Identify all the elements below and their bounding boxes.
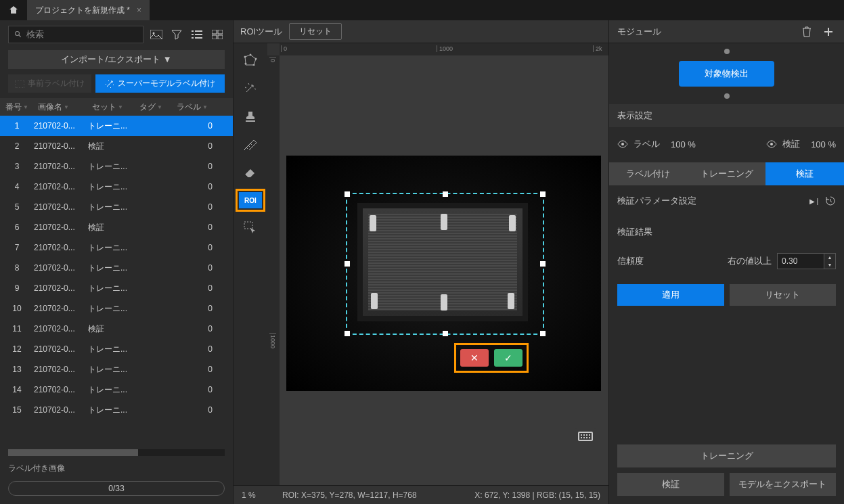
col-no[interactable]: 番号▼: [0, 101, 34, 113]
home-button[interactable]: [0, 0, 27, 20]
cursor-status: X: 672, Y: 1398 | RGB: (15, 15, 15): [474, 490, 600, 500]
project-tab[interactable]: プロジェクトを新規作成 * ×: [27, 0, 150, 20]
apply-button[interactable]: 適用: [617, 284, 724, 306]
table-row[interactable]: 6210702-0...検証0: [0, 217, 233, 237]
reset-params-button[interactable]: リセット: [730, 284, 837, 306]
label-visibility[interactable]: ラベル 100 %: [617, 138, 696, 150]
image-stage: ✕ ✓: [280, 55, 608, 485]
svg-point-22: [770, 143, 773, 145]
training-button[interactable]: トレーニング: [617, 444, 836, 467]
svg-rect-20: [244, 222, 252, 229]
select-tool[interactable]: [240, 218, 261, 237]
table-row[interactable]: 15210702-0...トレーニ...0: [0, 400, 233, 420]
close-icon[interactable]: ×: [137, 5, 141, 15]
h-scrollbar[interactable]: [8, 449, 225, 456]
confidence-stepper[interactable]: ▲▼: [824, 253, 836, 269]
svg-rect-13: [218, 35, 223, 39]
svg-rect-11: [218, 30, 223, 34]
roi-cancel-button[interactable]: ✕: [460, 349, 489, 367]
expand-icon[interactable]: ▶ |: [809, 198, 818, 205]
delete-module-button[interactable]: [799, 24, 814, 39]
list-icon[interactable]: [190, 27, 204, 42]
verify-result-title: 検証結果: [617, 226, 652, 238]
svg-point-21: [621, 143, 624, 145]
table-row[interactable]: 8210702-0...トレーニ...0: [0, 258, 233, 278]
verify-button[interactable]: 検証: [617, 473, 724, 496]
confidence-label: 信頼度: [617, 255, 644, 267]
tool-column: ROI: [234, 43, 267, 485]
svg-rect-14: [15, 80, 24, 88]
filter-icon[interactable]: [169, 27, 184, 42]
col-label[interactable]: ラベル▼: [173, 101, 233, 113]
table-row[interactable]: 4210702-0...トレーニ...0: [0, 177, 233, 197]
verify-visibility[interactable]: 検証 100 %: [766, 138, 836, 150]
table-row[interactable]: 7210702-0...トレーニ...0: [0, 237, 233, 258]
progress-bar: 0/33: [8, 481, 225, 496]
ruler-horizontal: 0 1000 2k: [280, 43, 608, 55]
roi-confirm-button[interactable]: ✓: [494, 349, 523, 367]
table-row[interactable]: 2210702-0...検証0: [0, 136, 233, 156]
image-mode-icon[interactable]: [149, 27, 164, 42]
wand-tool[interactable]: [240, 78, 261, 97]
prelabel-icon: [15, 80, 24, 88]
ruler-tool[interactable]: [240, 135, 261, 154]
table-row[interactable]: 1210702-0...トレーニ...0: [0, 116, 233, 136]
history-icon[interactable]: [825, 196, 836, 206]
module-node[interactable]: 対象物検出: [679, 61, 774, 87]
table-row[interactable]: 3210702-0...トレーニ...0: [0, 156, 233, 177]
svg-point-17: [255, 58, 257, 60]
polygon-tool[interactable]: [240, 50, 261, 69]
keyboard-button[interactable]: [575, 428, 596, 444]
viewport[interactable]: 0 1000 2k 0 1000: [267, 43, 608, 485]
table-row[interactable]: 10210702-0...トレーニ...0: [0, 298, 233, 319]
right-panel: モジュール 対象物検出 表示設定 ラベル 100 % 検証 100 %: [608, 20, 844, 504]
roi-tool-title: ROIツール: [240, 26, 282, 38]
wand-icon: [105, 79, 114, 89]
stamp-tool[interactable]: [240, 107, 261, 126]
zoom-level: 1 %: [242, 490, 269, 500]
tab-verify[interactable]: 検証: [765, 162, 844, 185]
table-row[interactable]: 9210702-0...トレーニ...0: [0, 278, 233, 298]
module-graph: 対象物検出: [609, 43, 844, 104]
module-title: モジュール: [617, 26, 661, 38]
roi-status: ROI: X=375, Y=278, W=1217, H=768: [282, 490, 417, 500]
add-module-button[interactable]: [821, 24, 836, 39]
svg-rect-8: [195, 34, 202, 35]
labeled-images-label: ラベル付き画像: [0, 457, 233, 480]
roi-tool[interactable]: ROI: [239, 192, 262, 208]
svg-rect-5: [192, 34, 194, 35]
svg-rect-12: [212, 35, 217, 39]
import-export-button[interactable]: インポート/エクスポート ▼: [8, 50, 225, 69]
svg-point-15: [244, 56, 246, 58]
table-row[interactable]: 11210702-0...検証0: [0, 319, 233, 339]
prelabel-button: 事前ラベル付け: [8, 74, 91, 93]
table-row[interactable]: 5210702-0...トレーニ...0: [0, 197, 233, 217]
display-settings-header: 表示設定: [609, 104, 844, 127]
confidence-condition: 右の値以上: [728, 255, 772, 267]
col-name[interactable]: 画像名▼: [34, 101, 88, 113]
table-body[interactable]: 1210702-0...トレーニ...02210702-0...検証032107…: [0, 116, 233, 448]
svg-rect-10: [212, 30, 217, 34]
center-panel: ROIツール リセット ROI 0 1000 2k 0: [234, 20, 608, 504]
table-row[interactable]: 12210702-0...トレーニ...0: [0, 339, 233, 359]
confidence-input[interactable]: [777, 253, 824, 269]
search-input[interactable]: 検索: [8, 26, 143, 43]
supermodel-button[interactable]: スーパーモデルラベル付け: [95, 74, 225, 93]
col-tag[interactable]: タグ▼: [135, 101, 173, 113]
roi-box[interactable]: [346, 193, 544, 335]
svg-point-16: [250, 54, 252, 56]
canvas-reset-button[interactable]: リセット: [289, 23, 342, 40]
grid-icon[interactable]: [210, 27, 225, 42]
eraser-tool[interactable]: [240, 164, 261, 183]
table-row[interactable]: 14210702-0...トレーニ...0: [0, 380, 233, 400]
col-set[interactable]: セット▼: [88, 101, 135, 113]
svg-point-0: [16, 32, 20, 36]
eye-icon: [617, 140, 628, 148]
home-icon: [8, 5, 19, 16]
eye-icon: [766, 140, 777, 148]
tab-training[interactable]: トレーニング: [688, 162, 766, 185]
export-model-button[interactable]: モデルをエクスポート: [730, 473, 837, 496]
verify-params-title: 検証パラメータ設定: [617, 195, 696, 207]
table-row[interactable]: 13210702-0...トレーニ...0: [0, 359, 233, 380]
tab-labeling[interactable]: ラベル付け: [609, 162, 688, 185]
